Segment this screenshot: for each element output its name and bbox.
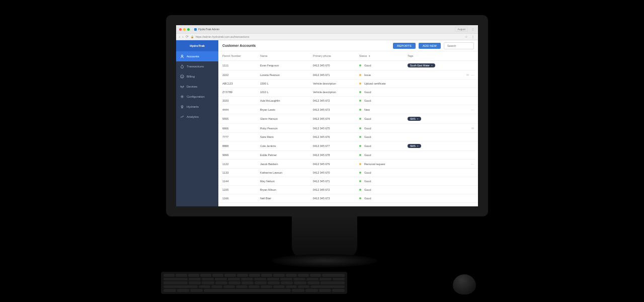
column-header-tags[interactable]: Tags: [408, 54, 459, 57]
table-row[interactable]: 2222Loretta Pearson0412 345 671Issue✉⋯: [218, 70, 478, 80]
cell-actions: ⋯: [459, 108, 474, 111]
table-row[interactable]: 7777Sara Mann0412 345 676Good: [218, 133, 478, 141]
maximize-window-button[interactable]: [187, 28, 190, 31]
cell-name: Sara Mann: [260, 135, 313, 138]
cell-phone: 0412 345 678: [313, 154, 359, 157]
cell-name: Loretta Pearson: [260, 73, 313, 77]
application-root: HydroTrak AccountsTransactionsBillingDev…: [176, 40, 478, 206]
more-icon[interactable]: ⋯: [471, 73, 474, 77]
cell-tags: SMS ×: [408, 117, 459, 121]
profile-label[interactable]: August: [455, 27, 468, 32]
table-row[interactable]: ZYX7891010 LVehicle descriptionGood: [218, 88, 478, 97]
cell-status: Issue: [359, 73, 408, 77]
cell-status: Good: [359, 127, 408, 130]
address-input[interactable]: https://admin.hydrotrak.com.au/transacti…: [196, 35, 463, 38]
brand-title: HydroTrak: [176, 40, 218, 51]
close-icon[interactable]: ×: [417, 144, 419, 147]
bookmark-icon[interactable]: ☆: [465, 35, 467, 38]
cell-status: Good: [359, 171, 408, 174]
more-icon[interactable]: ⋯: [471, 108, 474, 111]
cell-status: Good: [359, 197, 408, 200]
cell-status: Good: [359, 117, 408, 120]
cell-permit: 6666: [222, 127, 260, 130]
column-header-permit[interactable]: Permit Number: [222, 54, 260, 57]
table-row[interactable]: 1144May Nelson0412 345 671Good: [218, 177, 478, 186]
gear-icon: [180, 95, 184, 99]
table-row[interactable]: 3333Ada McLaughlin0412 345 672Good: [218, 97, 478, 105]
search-input[interactable]: [444, 42, 474, 49]
cell-status: Good: [359, 144, 408, 147]
cell-name: Bryan Allison: [260, 188, 313, 191]
browser-tab[interactable]: HydroTrak Admin: [194, 28, 219, 31]
cell-status: Upload certificate: [359, 82, 408, 85]
cell-name: 1500 L: [260, 82, 313, 85]
chart-icon: [180, 115, 184, 119]
column-header-name[interactable]: Name: [260, 54, 313, 57]
cell-actions: ✉⋯: [459, 73, 474, 77]
cell-phone: 0412 345 671: [313, 73, 359, 77]
sidebar-item-label: Accounts: [187, 55, 199, 58]
cell-permit: 9999: [222, 154, 260, 157]
sidebar-item-label: Transactions: [187, 65, 204, 68]
table-row[interactable]: 6666Ruby Pearson0412 345 675Good✉: [218, 124, 478, 133]
forward-button[interactable]: ›: [182, 35, 183, 39]
column-header-status[interactable]: Status ▾: [359, 54, 408, 57]
close-icon[interactable]: ×: [431, 64, 433, 67]
table-row[interactable]: 1133Katharine Lawson0412 345 670Good: [218, 169, 478, 177]
drop-icon: [180, 64, 184, 68]
browser-menu-icon[interactable]: ⋮: [471, 35, 475, 38]
cell-name: 1010 L: [260, 91, 313, 94]
close-window-button[interactable]: [179, 28, 182, 31]
sidebar-item-accounts[interactable]: Accounts: [176, 51, 218, 61]
sidebar-item-transactions[interactable]: Transactions: [176, 61, 218, 71]
cell-permit: 8888: [222, 144, 260, 147]
sidebar-item-label: Devices: [187, 85, 197, 88]
back-button[interactable]: ‹: [179, 35, 180, 39]
table-row[interactable]: 4444Bryan Lewis0412 345 673New⋯: [218, 105, 478, 114]
tag-chip[interactable]: SMS ×: [408, 117, 421, 121]
reports-button[interactable]: REPORTS: [393, 43, 416, 49]
table-row[interactable]: 1111Evan Ferguson0412 345 670GoodSouth E…: [218, 61, 478, 70]
table-row[interactable]: ABC1231500 LVehicle descriptionUpload ce…: [218, 80, 478, 88]
cell-phone: 0412 345 671: [313, 180, 359, 183]
column-header-phone[interactable]: Primary phone: [313, 54, 359, 57]
cell-status: Good: [359, 154, 408, 157]
cell-phone: 0412 345 672: [313, 99, 359, 102]
add-new-button[interactable]: ADD NEW: [419, 43, 441, 49]
cell-permit: 2222: [222, 73, 260, 77]
cell-phone: 0412 345 673: [313, 108, 359, 111]
table-row[interactable]: 1122Jacob Baldwin0412 345 679Removal req…: [218, 160, 478, 169]
mail-icon[interactable]: ✉: [466, 73, 469, 77]
cell-permit: 1155: [222, 188, 260, 191]
sidebar-item-configuration[interactable]: Configuration: [176, 92, 218, 102]
sidebar-item-hydrants[interactable]: Hydrants: [176, 102, 218, 112]
sidebar-item-label: Hydrants: [187, 105, 199, 108]
sidebar-item-billing[interactable]: Billing: [176, 71, 218, 82]
tag-chip[interactable]: SMS ×: [408, 144, 421, 148]
sidebar-item-devices[interactable]: Devices: [176, 82, 218, 92]
table-row[interactable]: 9999Eddie Palmer0412 345 678Good: [218, 151, 478, 160]
table-row[interactable]: 8888Cole Jenkins0412 345 677GoodSMS ×: [218, 141, 478, 151]
svg-point-0: [181, 55, 183, 56]
minimize-window-button[interactable]: [183, 28, 186, 31]
table-header: Permit Number Name Primary phone Status …: [218, 51, 478, 61]
table-row[interactable]: 1155Bryan Allison0412 345 672Good: [218, 186, 478, 194]
more-icon[interactable]: ⋯: [471, 162, 474, 166]
cell-name: May Nelson: [260, 180, 313, 183]
cell-name: Evan Ferguson: [260, 64, 313, 67]
close-icon[interactable]: ×: [417, 117, 419, 120]
antenna-icon: [180, 85, 184, 89]
table-row[interactable]: 5555Glenn Hanson0412 345 674GoodSMS ×: [218, 114, 478, 124]
cell-status: Good: [359, 180, 408, 183]
table-row[interactable]: 1166Nell Blair0412 345 673Good: [218, 194, 478, 203]
reload-button[interactable]: ⟳: [186, 35, 189, 39]
cell-name: Katharine Lawson: [260, 171, 313, 174]
sidebar-item-label: Configuration: [187, 95, 205, 98]
cell-permit: 1133: [222, 171, 260, 174]
table-body: 1111Evan Ferguson0412 345 670GoodSouth E…: [218, 61, 478, 203]
sidebar-item-analytics[interactable]: Analytics: [176, 112, 218, 122]
cell-status: Good: [359, 188, 408, 191]
tag-chip[interactable]: South East Water ×: [408, 63, 435, 67]
kebab-menu-icon[interactable]: ⋮: [471, 28, 475, 31]
mail-icon[interactable]: ✉: [471, 126, 474, 130]
